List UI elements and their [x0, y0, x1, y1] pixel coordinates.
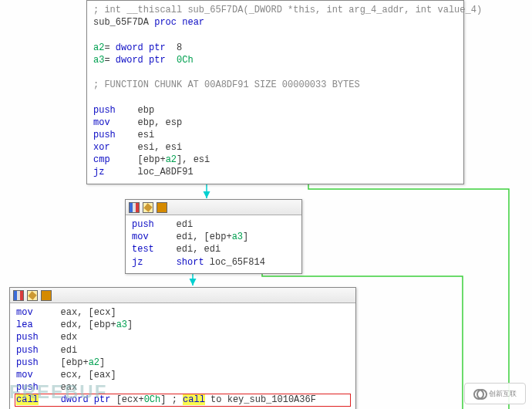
save-icon[interactable] — [157, 202, 167, 213]
watermark-freebuf: FREEBUF — [9, 381, 107, 403]
watermark-text: 创新互联 — [489, 389, 517, 399]
watermark-cxhl: 创新互联 — [464, 383, 526, 404]
node-toolbar — [126, 200, 301, 215]
disasm-node-block-2[interactable]: push edi mov edi, [ebp+a3] test edi, edi… — [125, 199, 302, 274]
save-icon[interactable] — [41, 290, 52, 301]
code-block: push edi mov edi, [ebp+a3] test edi, edi… — [126, 215, 301, 273]
code-block: ; int __thiscall sub_65F7DA(_DWORD *this… — [87, 1, 463, 184]
color-icon[interactable] — [13, 290, 24, 301]
edit-icon[interactable] — [143, 202, 153, 213]
logo-icon — [473, 387, 486, 400]
edit-icon[interactable] — [27, 290, 38, 301]
disasm-node-sub-65f7da[interactable]: ; int __thiscall sub_65F7DA(_DWORD *this… — [86, 0, 464, 184]
color-icon[interactable] — [129, 202, 140, 213]
node-toolbar — [10, 288, 355, 303]
